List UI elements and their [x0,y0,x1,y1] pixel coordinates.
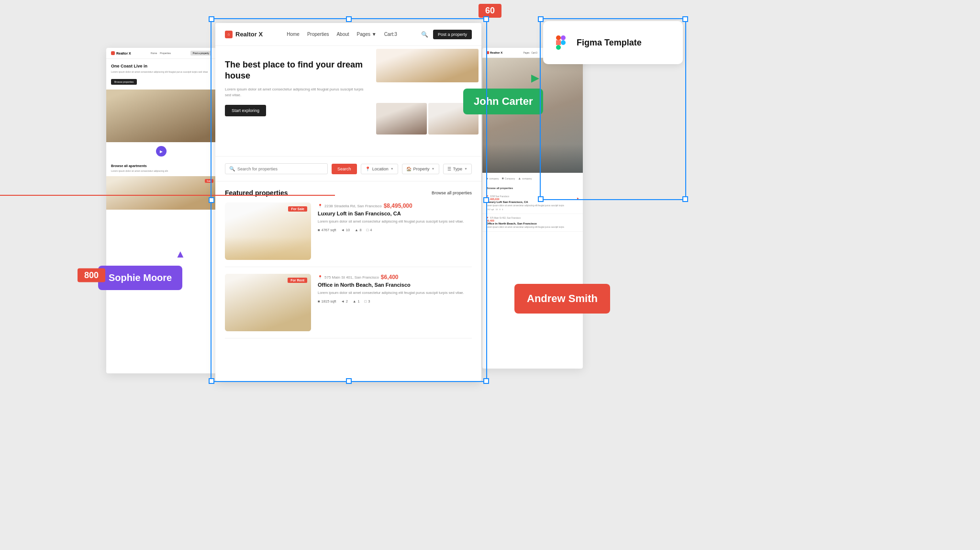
left-hero-desc: Lorem ipsum dolor sit amet consectetur a… [111,70,212,73]
hero-text: The best place to find your dream house … [215,46,376,156]
search-input-wrap[interactable]: 🔍 [225,163,328,174]
left-hero-text: One Coast Live in Lorem ipsum dolor sit … [106,59,216,90]
right-prop-stats-1: 4767 sqft 10 8 4 [486,208,579,211]
svg-rect-0 [556,35,561,40]
left-hero-bg [106,90,216,142]
left-browse-btn[interactable]: Browse properties [111,79,137,85]
search-button[interactable]: Search [332,164,357,174]
left-browse-desc: Lorem ipsum dolor sit amet consectetur a… [111,169,212,172]
property-name-1: Luxury Loft in San Francisco, CA [318,211,472,216]
property-address-2: 📍 575 Main St 401, San Francisco $6,400 [318,274,472,281]
location-icon: 📍 [365,167,370,171]
nav-about[interactable]: About [336,32,349,37]
rooms-icon-1: ◄ [341,228,344,232]
nav-search-icon[interactable]: 🔍 [421,31,428,38]
type-label: Type [453,167,463,171]
canvas: 60 800 Realtor X Home Properties Post a … [0,0,980,550]
prop-img-overlay-1 [225,237,311,260]
property-icon: 🏠 [406,167,412,171]
post-property-button[interactable]: Post a property [433,30,472,39]
svg-point-4 [561,40,566,45]
featured-section: Featured properties Browse all propertie… [215,181,481,353]
right-logo-icon [486,51,489,54]
sqft-icon-1: ■ [318,228,320,232]
handle-br[interactable] [483,378,489,384]
nav-properties[interactable]: Properties [307,32,329,37]
hero-image-left [376,103,427,135]
baths-value-2: 3 [368,299,370,303]
sophie-moore-badge: Sophie Moore [98,266,182,290]
left-post-btn: Post a property [190,51,212,56]
nav-links: Home Properties About Pages ▼ Cart:3 [287,32,397,37]
search-input[interactable] [237,167,323,171]
baths-stat-2: □ 3 [365,299,370,303]
property-label: Property [413,167,430,171]
left-browse-text: Browse all apartments [111,164,212,168]
beds-stat-1: ▲ 8 [355,228,362,232]
property-info-2: 📍 575 Main St 401, San Francisco $6,400 … [318,274,472,331]
right-person-overlay [482,144,583,173]
logo-text: Realtor X [235,31,263,38]
sqft-stat-2: ■ 1815 sqft [318,299,336,303]
address-pin-icon-1: 📍 [318,204,323,208]
beds-stat-2: ▲ 1 [353,299,360,303]
beds-value-2: 1 [357,299,359,303]
nav-actions: 🔍 Post a property [421,30,472,39]
property-card-1: For Sale 📍 2238 Stradella Rd, San Franci… [225,202,472,267]
beds-icon-2: ▲ [353,299,356,303]
left-logo-icon [111,51,115,55]
main-frame: ⌂ Realtor X Home Properties About Pages … [215,23,481,381]
right-prop-row-2: 📍 575 Main St 402, San Francisco $6,400 [486,217,579,222]
beds-icon-1: ▲ [355,228,358,232]
property-filter[interactable]: 🏠 Property ▼ [402,164,439,174]
rooms-stat-1: ◄ 10 [341,228,350,232]
right-prop-name-2: Office in North Beach, San Francisco [486,222,579,225]
sophie-arrow-icon: ▲ [175,248,186,260]
svg-rect-3 [561,35,566,40]
baths-icon-1: □ [367,228,369,232]
location-label: Location [372,167,389,171]
left-frame: Realtor X Home Properties Post a propert… [106,48,216,373]
svg-rect-1 [556,40,561,45]
property-address-1: 📍 2238 Stradella Rd, San Francisco $8,49… [318,202,472,209]
handle-tm[interactable] [346,16,352,22]
nav-pages[interactable]: Pages ▼ [357,32,377,37]
handle-bl[interactable] [209,378,214,384]
right-handle-tr[interactable] [682,16,688,22]
right-prop-item-1: 📍 2238 San Francisco $8,495,000 ▶ Luxury… [482,192,583,214]
john-carter-badge: John Carter [463,89,543,114]
right-handle-br[interactable] [682,196,688,202]
right-browse-link[interactable]: Browse all properties [482,184,583,192]
left-prop-badge: Sale [205,179,213,183]
browse-all-link[interactable]: Browse all properties [432,191,472,195]
nav-home[interactable]: Home [287,32,300,37]
location-arrow-icon: ▼ [390,167,394,170]
left-small-image: Sale [106,176,216,210]
location-filter[interactable]: 📍 Location ▼ [361,164,398,174]
hero-img-living-bg [376,103,427,135]
property-stats-1: ■ 4767 sqft ◄ 10 ▲ 8 □ 4 [318,228,472,232]
figma-logo-icon [552,34,570,52]
svg-rect-2 [556,45,561,50]
property-info-1: 📍 2238 Stradella Rd, San Francisco $8,49… [318,202,472,260]
property-image-1: For Sale [225,202,311,260]
property-card-2: For Rent 📍 575 Main St 401, San Francisc… [225,274,472,338]
handle-tl[interactable] [209,16,214,22]
right-arrow-1: ▶ [577,197,579,200]
left-frame-nav: Realtor X Home Properties Post a propert… [106,48,216,59]
right-nav-links: Pages Cart:3 [523,52,537,54]
beds-value-1: 8 [360,228,362,232]
nav-cart[interactable]: Cart:3 [384,32,397,37]
right-handle-tl[interactable] [538,16,544,22]
address-text-2: 575 Main St 401, San Francisco [324,275,379,280]
dimension-line [0,195,335,196]
explore-button[interactable]: Start exploring [225,105,266,116]
search-magnifier-icon: 🔍 [229,166,235,171]
dimension-label-top: 60 [479,4,501,18]
john-arrow-icon: ▶ [531,72,539,84]
right-prop-desc-2: Lorem ipsum dolor sit amet consectetur a… [486,226,579,228]
sqft-value-2: 1815 sqft [322,299,336,303]
sqft-stat-1: ■ 4767 sqft [318,228,336,232]
type-filter[interactable]: ☰ Type ▼ [443,164,472,174]
type-arrow-icon: ▼ [464,167,468,170]
